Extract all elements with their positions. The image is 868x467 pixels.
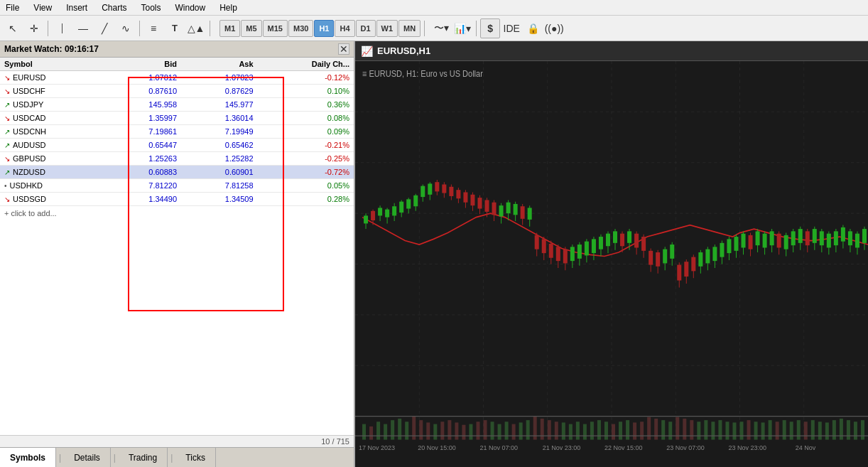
lock-button[interactable]: 🔒 (523, 18, 543, 38)
arrow-up-icon: ↗ (4, 128, 10, 136)
table-row[interactable]: ↘ GBPUSD 1.25263 1.25282 -0.25% (0, 152, 354, 166)
bar-chart-button[interactable]: 📊▾ (452, 18, 472, 38)
menu-insert[interactable]: Insert (63, 1, 90, 14)
arrow-tool-button[interactable]: ↖ (3, 18, 23, 38)
toolbar: ↖ ✛ ⏐ — ╱ ∿ ≡ T △▲ M1 M5 M15 M30 H1 H4 D… (0, 16, 868, 41)
menu-view[interactable]: View (31, 1, 55, 14)
chart-area[interactable]: ≡ EURUSD, H1: Euro vs US Dollar 17 Nov 2… (355, 61, 868, 467)
svg-rect-88 (620, 234, 624, 247)
timeframe-group: M1 M5 M15 M30 H1 H4 D1 W1 MN (219, 20, 421, 37)
wave-button[interactable]: ((●)) (544, 18, 564, 38)
table-row[interactable]: ↗ AUDUSD 0.65447 0.65462 -0.21% (0, 139, 354, 152)
svg-rect-58 (514, 204, 518, 215)
svg-rect-187 (576, 422, 580, 439)
tf-mn[interactable]: MN (398, 20, 421, 37)
daily-change-cell: 0.08% (258, 112, 354, 125)
ide-button[interactable]: IDE (501, 18, 521, 38)
market-table-body: ↘ EURUSD 1.07812 1.07823 -0.12% ↘ USDCHF… (0, 71, 354, 206)
tf-m30[interactable]: M30 (288, 20, 313, 37)
svg-rect-193 (619, 422, 622, 439)
tab-trading[interactable]: Trading (119, 448, 168, 467)
svg-rect-186 (569, 424, 573, 440)
menu-help[interactable]: Help (217, 1, 240, 14)
symbol-name: USDCHF (13, 87, 45, 95)
symbol-cell: • USDHKD (0, 179, 105, 193)
curve-line-button[interactable]: ∿ (116, 18, 136, 38)
symbol-cell: ↘ USDCAD (0, 112, 105, 125)
daily-change-cell: -0.21% (258, 139, 354, 152)
svg-rect-100 (663, 249, 667, 264)
menu-tools[interactable]: Tools (139, 1, 164, 14)
svg-rect-185 (562, 422, 565, 439)
tab-details[interactable]: Details (64, 448, 111, 467)
svg-rect-104 (677, 265, 681, 281)
svg-rect-162 (398, 419, 401, 440)
horizontal-line-button[interactable]: — (73, 18, 93, 38)
crosshair-tool-button[interactable]: ✛ (24, 18, 44, 38)
table-row[interactable]: ↘ USDCAD 1.35997 1.36014 0.08% (0, 112, 354, 125)
tab-ticks[interactable]: Ticks (175, 448, 216, 467)
ask-cell: 145.977 (181, 98, 258, 112)
tf-w1[interactable]: W1 (376, 20, 398, 37)
svg-rect-167 (433, 424, 437, 440)
svg-rect-192 (612, 424, 615, 440)
svg-rect-216 (783, 420, 786, 439)
symbol-name: USDSGD (13, 195, 46, 203)
svg-rect-173 (476, 422, 479, 439)
arrow-down-icon: ↘ (4, 74, 10, 82)
daily-change-cell: 0.28% (258, 193, 354, 206)
svg-rect-217 (790, 422, 793, 439)
svg-rect-209 (732, 422, 736, 439)
table-row[interactable]: ↘ EURUSD 1.07812 1.07823 -0.12% (0, 71, 354, 85)
table-row[interactable]: ↗ USDJPY 145.958 145.977 0.36% (0, 98, 354, 112)
market-watch-close-button[interactable]: ✕ (338, 43, 349, 55)
add-symbol-row[interactable]: + click to add... (0, 206, 354, 220)
tf-d1[interactable]: D1 (356, 20, 376, 37)
svg-rect-52 (492, 203, 497, 215)
svg-rect-150 (841, 227, 845, 242)
arrow-down-icon: ↘ (4, 155, 10, 163)
daily-change-cell: -0.72% (258, 166, 354, 179)
svg-rect-204 (697, 422, 700, 439)
svg-rect-50 (485, 200, 489, 211)
tf-m1[interactable]: M1 (219, 20, 240, 37)
symbol-name: AUDUSD (13, 141, 45, 149)
shapes-button[interactable]: △▲ (186, 18, 206, 38)
svg-rect-126 (756, 231, 760, 245)
line-chart-button[interactable]: 〜▾ (431, 18, 451, 38)
svg-rect-90 (627, 231, 631, 242)
tab-separator-3: | (168, 448, 175, 467)
menu-file[interactable]: File (3, 1, 22, 14)
tf-h1[interactable]: H1 (314, 20, 334, 37)
vertical-line-button[interactable]: ⏐ (52, 18, 72, 38)
tf-m5[interactable]: M5 (241, 20, 261, 37)
table-row[interactable]: ↗ USDCNH 7.19861 7.19949 0.09% (0, 125, 354, 139)
svg-rect-215 (776, 422, 779, 439)
tf-m15[interactable]: M15 (263, 20, 288, 37)
svg-rect-38 (442, 184, 446, 193)
svg-rect-124 (749, 235, 753, 249)
bid-cell: 1.07812 (105, 71, 182, 85)
menu-charts[interactable]: Charts (99, 1, 129, 14)
svg-rect-223 (832, 420, 836, 439)
svg-rect-30 (413, 195, 418, 206)
tf-h4[interactable]: H4 (335, 20, 354, 37)
svg-rect-112 (705, 249, 710, 264)
dollar-button[interactable]: $ (480, 18, 500, 38)
svg-rect-106 (684, 262, 688, 277)
svg-rect-195 (633, 422, 636, 439)
table-row[interactable]: ↘ USDCHF 0.87610 0.87629 0.10% (0, 85, 354, 98)
symbol-name: USDCNH (13, 127, 46, 136)
table-row[interactable]: • USDHKD 7.81220 7.81258 0.05% (0, 179, 354, 193)
channel-button[interactable]: ≡ (143, 18, 163, 38)
text-button[interactable]: T (165, 18, 185, 38)
svg-rect-72 (563, 249, 568, 264)
svg-rect-170 (455, 422, 458, 439)
table-row[interactable]: ↗ NZDUSD 0.60883 0.60901 -0.72% (0, 166, 354, 179)
table-row[interactable]: ↘ USDSGD 1.34490 1.34509 0.28% (0, 193, 354, 206)
symbol-cell: ↘ USDCHF (0, 85, 105, 98)
svg-rect-156 (862, 229, 867, 243)
tab-symbols[interactable]: Symbols (0, 448, 56, 467)
trend-line-button[interactable]: ╱ (94, 18, 114, 38)
menu-window[interactable]: Window (173, 1, 209, 14)
